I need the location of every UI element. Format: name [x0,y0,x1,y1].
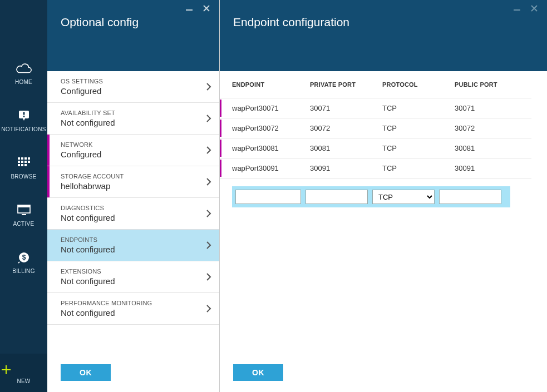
config-item-value: Not configured [61,276,198,286]
svg-text:$: $ [22,254,26,261]
protocol-select[interactable]: TCPUDP [372,190,435,204]
cell-public-port: 30091 [455,164,527,172]
table-row[interactable]: wapPort3009130091TCP30091 [220,158,531,178]
chevron-right-icon [206,146,211,155]
panels: Optional config OS SETTINGSConfiguredAVA… [47,0,547,392]
cell-protocol: TCP [382,124,455,132]
panel-endpoint-configuration: Endpoint configuration ENDPOINT PRIVATE … [220,0,547,392]
svg-rect-9 [24,161,27,163]
config-item-title: STORAGE ACCOUNT [61,173,198,180]
endpoint-name-input[interactable] [235,190,301,204]
public-port-input[interactable] [439,190,501,204]
grid-icon [0,155,47,171]
table-row[interactable]: wapPort3007130071TCP30071 [220,98,531,118]
config-item-value: Not configured [61,213,198,222]
svg-rect-12 [21,164,23,166]
rail-item-label: BROWSE [0,173,47,180]
rail-item-label: ACTIVE [0,221,47,227]
rail-items: HOME NOTIFICATIONS BROWSE ACTIVE [0,0,47,354]
cell-endpoint: wapPort30071 [232,104,310,112]
monitor-icon [0,202,47,219]
config-item-title: ENDPOINTS [61,236,198,243]
config-item-title: OS SETTINGS [61,78,198,85]
svg-rect-4 [21,157,23,160]
cell-public-port: 30071 [455,104,527,112]
config-item-performance-monitoring[interactable]: PERFORMANCE MONITORINGNot configured [47,293,219,325]
billing-icon: $ [0,249,47,266]
config-item-diagnostics[interactable]: DIAGNOSTICSNot configured [47,198,219,230]
panel-header: Endpoint configuration [220,0,547,71]
minimize-icon[interactable] [514,4,520,12]
rail-item-label: HOME [0,79,47,85]
config-list: OS SETTINGSConfiguredAVAILABILITY SETNot… [47,71,219,353]
panel-footer: OK [47,353,219,392]
close-icon[interactable] [203,4,210,12]
rail-item-label: NOTIFICATIONS [0,126,47,132]
table-row[interactable]: wapPort3008130081TCP30081 [220,138,531,158]
config-item-value: Configured [61,150,198,159]
config-item-os-settings[interactable]: OS SETTINGSConfigured [47,71,219,103]
config-item-title: DIAGNOSTICS [61,205,198,211]
rail-item-notifications[interactable]: NOTIFICATIONS [0,97,47,145]
cell-private-port: 30072 [310,124,382,132]
config-item-value: Not configured [61,308,198,317]
chevron-right-icon [206,304,211,313]
rail-item-home[interactable]: HOME [0,50,47,97]
config-item-title: PERFORMANCE MONITORING [61,300,198,306]
svg-rect-2 [23,116,24,117]
rail-item-new[interactable]: NEW [0,354,47,392]
cell-endpoint: wapPort30072 [232,124,310,132]
panel-optional-config: Optional config OS SETTINGSConfiguredAVA… [47,0,220,392]
cloud-icon [0,60,47,77]
notification-icon [0,107,47,124]
config-item-extensions[interactable]: EXTENSIONSNot configured [47,261,219,293]
svg-rect-20 [514,9,520,11]
config-item-value: Not configured [61,118,198,127]
svg-rect-13 [24,164,27,166]
chevron-right-icon [206,82,211,91]
ok-button[interactable]: OK [233,364,283,381]
config-item-network[interactable]: NETWORKConfigured [47,135,219,166]
chevron-right-icon [206,272,211,281]
cell-private-port: 30071 [310,104,382,112]
plus-icon [0,364,47,376]
config-item-title: NETWORK [61,141,198,148]
cell-endpoint: wapPort30091 [232,164,310,172]
chevron-right-icon [206,114,211,123]
svg-rect-6 [28,157,30,160]
table-row[interactable]: wapPort3007230072TCP30072 [220,118,531,138]
cell-protocol: TCP [382,164,455,172]
private-port-input[interactable] [305,190,368,204]
rail-item-billing[interactable]: $ BILLING [0,239,47,286]
svg-rect-11 [18,164,20,166]
cell-public-port: 30072 [455,124,527,132]
panel-footer: OK [220,353,547,392]
panel-title: Optional config [61,16,207,29]
cell-public-port: 30081 [455,144,527,152]
rail-item-active[interactable]: ACTIVE [0,192,47,239]
svg-rect-10 [28,161,30,163]
rail-item-browse[interactable]: BROWSE [0,145,47,192]
cell-private-port: 30091 [310,164,382,172]
cell-protocol: TCP [382,104,455,112]
config-item-endpoints[interactable]: ENDPOINTSNot configured [47,230,219,261]
col-endpoint: ENDPOINT [232,81,310,88]
config-item-value: hellohabrwap [61,181,198,191]
endpoint-table: ENDPOINT PRIVATE PORT PROTOCOL PUBLIC PO… [220,71,547,353]
col-public-port: PUBLIC PORT [455,81,527,88]
ok-button[interactable]: OK [61,364,111,381]
chevron-right-icon [206,209,211,218]
svg-rect-3 [18,157,20,160]
close-icon[interactable] [530,4,538,12]
config-item-value: Configured [61,86,198,96]
rail-item-label: NEW [0,378,47,384]
cell-private-port: 30081 [310,144,382,152]
svg-rect-8 [21,161,23,163]
cell-protocol: TCP [382,144,455,152]
minimize-icon[interactable] [186,4,193,12]
panel-header: Optional config [47,0,219,71]
config-item-storage-account[interactable]: STORAGE ACCOUNThellohabrwap [47,166,219,198]
config-item-availability-set[interactable]: AVAILABILITY SETNot configured [47,103,219,135]
svg-rect-15 [18,205,30,207]
rail-item-label: BILLING [0,268,47,274]
